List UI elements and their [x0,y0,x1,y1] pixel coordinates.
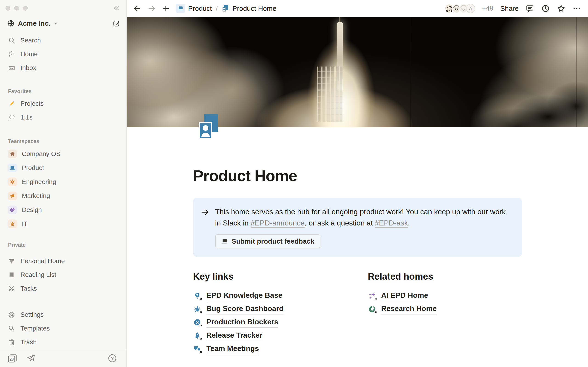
comments-icon[interactable] [526,4,534,13]
sidebar-item-label: Projects [20,100,44,107]
sidebar-header [0,0,126,16]
sidebar-item-trash[interactable]: Trash [0,335,126,349]
callout-block[interactable]: This home serves as the hub for all ongo… [193,198,522,257]
sidebar-item-settings[interactable]: Settings [0,308,126,322]
link-production-blockers[interactable]: Production Blockers [193,316,347,329]
sidebar-item-reading-list[interactable]: Reading List [0,268,126,282]
sidebar-item-projects[interactable]: Projects [0,97,126,110]
breadcrumb: Product / Product Home [176,4,276,13]
sidebar-item-product[interactable]: Product [0,161,126,175]
arrow-right-icon [201,206,209,248]
key-links-heading: Key links [193,271,347,282]
link-epd-knowledge-base[interactable]: EPD Knowledge Base [193,290,347,303]
sidebar-item-personal-home[interactable]: Personal Home [0,254,126,268]
share-button[interactable]: Share [500,5,519,12]
sidebar-item-it[interactable]: IT [0,217,126,231]
favorite-star-icon[interactable] [557,4,565,13]
slack-channel-link-epd-announce[interactable]: #EPD-announce [251,219,304,227]
slack-channel-link-epd-ask[interactable]: #EPD-ask [375,219,408,227]
back-arrow-icon[interactable] [133,4,141,13]
forward-arrow-icon[interactable] [147,4,156,13]
link-arrow-icon [199,297,203,301]
breadcrumb-page-icon [222,5,229,12]
sidebar-item-search[interactable]: Search [0,33,126,47]
history-clock-icon[interactable] [541,4,550,13]
section-header-private[interactable]: Private [0,239,126,250]
callout-text-mid: , or ask a question at [304,219,375,227]
sidebar-item-design[interactable]: Design [0,203,126,217]
sidebar-item-label: Marketing [22,192,50,200]
related-homes-column: Related homes AI EPD Home Research Home [368,271,522,356]
section-header-favorites[interactable]: Favorites [0,85,126,97]
trash-icon [8,339,15,346]
page-title[interactable]: Product Home [193,167,522,185]
laptop-icon [221,238,229,245]
sidebar-item-tasks[interactable]: Tasks [0,282,126,295]
new-page-compose-icon[interactable] [112,19,120,27]
link-label: Research Home [381,304,437,315]
globe-icon [7,19,15,27]
sidebar-item-company-os[interactable]: Company OS [0,147,126,161]
calendar-icon[interactable]: 28 [7,353,17,363]
breadcrumb-product-laptop-icon[interactable] [176,4,185,13]
sidebar-item-engineering[interactable]: Engineering [0,175,126,189]
breadcrumb-parent[interactable]: Product [188,5,212,12]
collapse-sidebar-icon[interactable] [113,4,120,12]
scissors-icon [8,285,15,292]
sidebar-item-1-1s[interactable]: 1:1s [0,110,126,124]
link-label: Bug Score Dashboard [207,304,284,315]
link-ai-epd-home[interactable]: AI EPD Home [368,290,522,303]
presence-avatars[interactable]: A [445,4,475,13]
sidebar-item-label: Reading List [20,271,56,278]
sidebar-bottom-bar: 28 ? [0,349,126,367]
sidebar-item-label: 1:1s [20,114,33,121]
topbar: Product / Product Home A [127,0,588,17]
link-label: Team Meetings [207,344,259,354]
sidebar-item-label: Company OS [22,150,61,158]
send-plane-icon[interactable] [26,353,36,363]
submit-product-feedback-button[interactable]: Submit product feedback [215,234,320,248]
chevron-down-icon [54,21,59,26]
link-release-tracker[interactable]: Release Tracker [193,329,347,343]
book-icon [8,271,15,278]
link-bug-score-dashboard[interactable]: Bug Score Dashboard [193,303,347,316]
zoom-window-button[interactable] [23,6,28,10]
private-section: Private Personal Home Reading List Tasks [0,239,126,295]
presence-overflow-count[interactable]: +49 [482,5,493,12]
sidebar-item-label: Personal Home [20,257,65,265]
search-icon [8,37,15,44]
pizza-icon [8,257,15,265]
calendar-day-number: 28 [10,357,14,361]
home-icon [8,50,15,58]
page-content: Product Home This home serves as the hub… [193,17,522,356]
link-team-meetings[interactable]: Team Meetings [193,343,347,356]
sidebar-item-label: Engineering [22,178,56,186]
help-icon[interactable]: ? [107,353,117,363]
breadcrumb-current[interactable]: Product Home [233,5,277,12]
section-header-teamspaces[interactable]: Teamspaces [0,135,126,147]
minimize-window-button[interactable] [14,6,19,10]
link-research-home[interactable]: Research Home [368,303,522,316]
close-window-button[interactable] [6,6,10,10]
link-arrow-icon [199,337,203,341]
thought-bubble-icon [8,114,15,121]
notion-app-window: Acme Inc. Search Home Inbox Favor [0,0,588,367]
sidebar-item-home[interactable]: Home [0,47,126,61]
laptop-icon [8,164,17,172]
workspace-switcher[interactable]: Acme Inc. [0,16,126,31]
sidebar-item-inbox[interactable]: Inbox [0,61,126,75]
sidebar-item-label: Search [20,37,41,44]
sidebar-item-marketing[interactable]: Marketing [0,189,126,203]
sidebar-item-label: Templates [20,325,50,332]
breadcrumb-separator: / [216,5,217,12]
sidebar-item-templates[interactable]: Templates [0,322,126,335]
teamspaces-section: Teamspaces Company OS Product Engineerin… [0,135,126,231]
link-label: Release Tracker [207,331,262,341]
help-question-mark: ? [111,356,114,361]
more-options-icon[interactable] [572,4,581,13]
callout-text-end: . [408,219,410,227]
sidebar-item-label: Tasks [20,285,37,292]
bug-icon [8,219,17,228]
link-arrow-icon [199,311,203,315]
new-tab-plus-icon[interactable] [162,4,170,13]
